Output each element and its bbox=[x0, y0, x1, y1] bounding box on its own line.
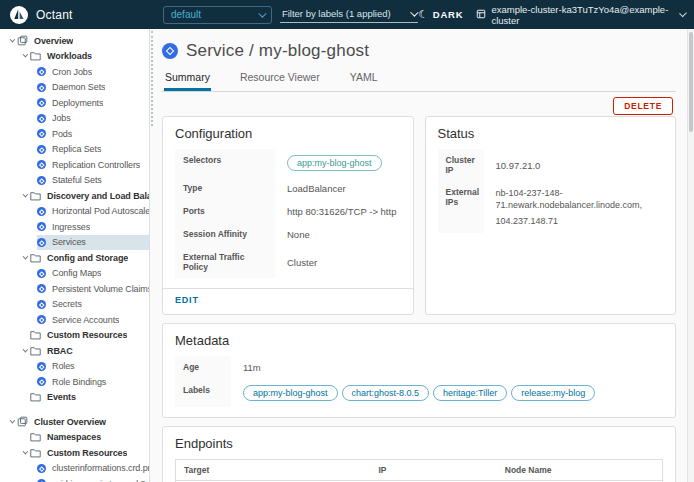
label-tag[interactable]: chart:ghost-8.0.5 bbox=[342, 385, 430, 401]
tab-summary[interactable]: Summary bbox=[164, 68, 211, 91]
cluster-context-label: example-cluster-ka3TuTzYo4a@example-clus… bbox=[491, 4, 673, 26]
sidebar-item-jobs[interactable]: Jobs bbox=[37, 111, 149, 127]
sidebar-item-config-and-storage[interactable]: Config and Storage bbox=[17, 250, 149, 266]
label-tag[interactable]: release:my-blog bbox=[511, 385, 595, 401]
namespace-value: default bbox=[171, 9, 258, 20]
tab-yaml[interactable]: YAML bbox=[349, 68, 379, 91]
status-title: Status bbox=[426, 117, 676, 147]
sidebar-item-label: Custom Resources bbox=[47, 448, 127, 458]
replication-controllers-icon bbox=[37, 160, 46, 169]
persistent-volume-claims-icon bbox=[37, 284, 46, 293]
sidebar-item-label: Persistent Volume Claims bbox=[52, 284, 149, 294]
configuration-card: Configuration Selectorsapp:my-blog-ghost… bbox=[162, 116, 414, 315]
chevron-down-icon[interactable] bbox=[4, 420, 17, 424]
cron-jobs-icon bbox=[37, 67, 46, 76]
page-scrollbar[interactable] bbox=[687, 29, 694, 482]
sidebar-item-label: Replication Controllers bbox=[52, 160, 140, 170]
sidebar-item-events[interactable]: Events bbox=[17, 390, 149, 406]
sidebar-item-replication-controllers[interactable]: Replication Controllers bbox=[37, 157, 149, 173]
chevron-down-icon[interactable] bbox=[17, 194, 30, 198]
sidebar-item-ingresses[interactable]: Ingresses bbox=[37, 219, 149, 235]
configuration-row-ports: Portshttp 80:31626/TCP -> http bbox=[175, 200, 401, 223]
field-value: 10.97.21.0 bbox=[484, 149, 664, 181]
cluster-context-dropdown[interactable]: example-cluster-ka3TuTzYo4a@example-clus… bbox=[476, 4, 684, 26]
sidebar-item-csidrivers-csi-storage-k8s-io[interactable]: csidrivers.csi.storage.k8s.io bbox=[37, 476, 149, 482]
sidebar-item-label: Deployments bbox=[52, 98, 103, 108]
chevron-down-icon bbox=[679, 9, 687, 17]
field-value: 11m bbox=[231, 356, 663, 379]
theme-toggle-label: DARK bbox=[433, 9, 464, 20]
field-value: http 80:31626/TCP -> http bbox=[275, 200, 401, 223]
app-title: Octant bbox=[36, 8, 73, 22]
sidebar-item-horizontal-pod-autoscalers[interactable]: Horizontal Pod Autoscalers bbox=[37, 204, 149, 220]
sidebar-scrollbar[interactable] bbox=[151, 31, 154, 126]
sidebar-item-stateful-sets[interactable]: Stateful Sets bbox=[37, 173, 149, 189]
delete-button[interactable]: DELETE bbox=[613, 97, 673, 115]
sidebar-item-custom-resources[interactable]: Custom Resources bbox=[17, 328, 149, 344]
sidebar-item-service-accounts[interactable]: Service Accounts bbox=[37, 312, 149, 328]
edit-button[interactable]: EDIT bbox=[163, 289, 211, 314]
chevron-down-icon[interactable] bbox=[17, 349, 30, 353]
field-value: app:my-blog-ghostchart:ghost-8.0.5herita… bbox=[231, 379, 663, 407]
label-tag[interactable]: heritage:Tiller bbox=[433, 385, 507, 401]
sidebar-item-discovery-and-load-balancing[interactable]: Discovery and Load Balancing bbox=[17, 188, 149, 204]
label-tag[interactable]: app:my-blog-ghost bbox=[287, 155, 382, 171]
field-value: app:my-blog-ghost bbox=[275, 149, 401, 177]
field-value: Cluster bbox=[275, 246, 401, 278]
sidebar-item-label: Role Bindings bbox=[52, 377, 106, 387]
sidebar-item-namespaces[interactable]: Namespaces bbox=[17, 430, 149, 446]
sidebar-item-label: Events bbox=[47, 392, 76, 402]
chevron-down-icon[interactable] bbox=[4, 39, 17, 43]
label-tag[interactable]: app:my-blog-ghost bbox=[243, 385, 338, 401]
scrollbar-thumb[interactable] bbox=[689, 32, 693, 132]
sidebar-item-roles[interactable]: Roles bbox=[37, 359, 149, 375]
folder-icon bbox=[30, 253, 41, 263]
field-label: External IPs bbox=[438, 181, 484, 233]
sidebar-item-services[interactable]: Services bbox=[37, 235, 149, 251]
sidebar-item-cluster-overview[interactable]: Cluster Overview bbox=[4, 414, 149, 430]
clusterinformations-crd-projec-icon bbox=[37, 464, 46, 473]
sidebar-item-label: Overview bbox=[34, 36, 73, 46]
namespace-dropdown[interactable]: default bbox=[163, 6, 272, 24]
sidebar-item-label: Cluster Overview bbox=[34, 417, 106, 427]
sidebar-item-persistent-volume-claims[interactable]: Persistent Volume Claims bbox=[37, 281, 149, 297]
sidebar-item-label: Discovery and Load Balancing bbox=[47, 191, 149, 201]
field-value: LoadBalancer bbox=[275, 177, 401, 200]
daemon-sets-icon bbox=[37, 83, 46, 92]
chevron-down-icon[interactable] bbox=[17, 256, 30, 260]
endpoints-table: TargetIPNode Name my-blog-ghost-77df85c6… bbox=[175, 459, 663, 482]
sidebar-item-label: Replica Sets bbox=[52, 144, 101, 154]
sidebar-item-label: Config and Storage bbox=[47, 253, 128, 263]
chevron-down-icon[interactable] bbox=[17, 451, 30, 455]
sidebar-item-label: Ingresses bbox=[52, 222, 90, 232]
sidebar-item-replica-sets[interactable]: Replica Sets bbox=[37, 142, 149, 158]
sidebar-item-clusterinformations-crd-projec[interactable]: clusterinformations.crd.projec bbox=[37, 461, 149, 477]
configuration-row-session-affinity: Session AffinityNone bbox=[175, 223, 401, 246]
field-label: Cluster IP bbox=[438, 149, 484, 181]
folder-icon bbox=[30, 191, 41, 201]
metadata-title: Metadata bbox=[163, 324, 675, 354]
column-header-node-name: Node Name bbox=[497, 460, 662, 481]
folder-icon bbox=[30, 432, 41, 442]
sidebar-item-rbac[interactable]: RBAC bbox=[17, 343, 149, 359]
secrets-icon bbox=[37, 300, 46, 309]
sidebar-item-pods[interactable]: Pods bbox=[37, 126, 149, 142]
moon-icon: ☾ bbox=[418, 8, 429, 21]
metadata-row-age: Age11m bbox=[175, 356, 663, 379]
sidebar-item-deployments[interactable]: Deployments bbox=[37, 95, 149, 111]
sidebar-item-workloads[interactable]: Workloads bbox=[17, 49, 149, 65]
sidebar-item-custom-resources[interactable]: Custom Resources bbox=[17, 445, 149, 461]
theme-toggle-button[interactable]: ☾ DARK bbox=[418, 8, 463, 21]
sidebar-item-label: Custom Resources bbox=[47, 330, 127, 340]
sidebar-item-secrets[interactable]: Secrets bbox=[37, 297, 149, 313]
sidebar-item-cron-jobs[interactable]: Cron Jobs bbox=[37, 64, 149, 80]
sidebar-item-config-maps[interactable]: Config Maps bbox=[37, 266, 149, 282]
sidebar-item-role-bindings[interactable]: Role Bindings bbox=[37, 374, 149, 390]
sidebar-item-label: Namespaces bbox=[47, 432, 101, 442]
tab-resource-viewer[interactable]: Resource Viewer bbox=[239, 68, 321, 91]
configuration-row-type: TypeLoadBalancer bbox=[175, 177, 401, 200]
chevron-down-icon[interactable] bbox=[17, 54, 30, 58]
sidebar-item-daemon-sets[interactable]: Daemon Sets bbox=[37, 80, 149, 96]
sidebar-item-overview[interactable]: Overview bbox=[4, 33, 149, 49]
label-filter-input[interactable]: Filter by labels (1 applied) bbox=[280, 6, 418, 23]
